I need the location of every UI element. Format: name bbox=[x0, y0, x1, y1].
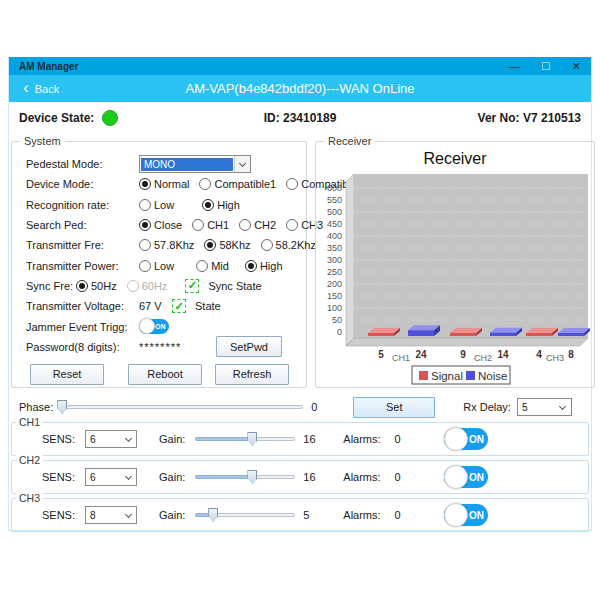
radio-compatible2[interactable] bbox=[286, 178, 298, 190]
state-checkbox[interactable] bbox=[172, 299, 186, 313]
system-groupbox-label: System bbox=[20, 135, 65, 147]
chevron-down-icon bbox=[120, 469, 136, 485]
reset-button[interactable]: Reset bbox=[30, 364, 104, 385]
slider-fill bbox=[195, 475, 252, 479]
ch1-sens-select[interactable]: 6 bbox=[85, 430, 137, 448]
app-title: AM Manager bbox=[19, 61, 78, 72]
refresh-button[interactable]: Refresh bbox=[215, 364, 289, 385]
radio-low[interactable] bbox=[139, 260, 151, 272]
header-band: AM-VAP(b4e842bddf20)---WAN OnLine ‹ Back bbox=[9, 75, 591, 102]
radio-label: Normal bbox=[154, 178, 189, 190]
ch2-sens-select[interactable]: 6 bbox=[85, 468, 137, 486]
gain-label: Gain: bbox=[159, 509, 185, 521]
radio-ch2[interactable] bbox=[239, 219, 251, 231]
chevron-down-icon bbox=[234, 156, 250, 172]
slider-thumb[interactable] bbox=[57, 400, 67, 414]
alarms-label: Alarms: bbox=[343, 433, 380, 445]
toggle-state-label: ON bbox=[469, 434, 484, 445]
status-row: Device State: ID: 23410189 Ver No: V7 21… bbox=[9, 102, 591, 133]
radio-57-8khz[interactable] bbox=[139, 239, 151, 251]
transmitter-fre-row: Transmitter Fre: 57.8Khz 58Khz 58.2Khz bbox=[26, 235, 306, 255]
radio-ch1[interactable] bbox=[192, 219, 204, 231]
toggle-knob bbox=[444, 503, 468, 527]
svg-text:Signal: Signal bbox=[431, 370, 463, 382]
svg-text:5: 5 bbox=[378, 349, 384, 360]
maximize-icon[interactable] bbox=[542, 62, 550, 70]
svg-text:Noise: Noise bbox=[478, 370, 507, 382]
radio-high[interactable] bbox=[202, 199, 214, 211]
toggle-knob bbox=[444, 465, 468, 489]
svg-text:250: 250 bbox=[327, 267, 342, 277]
search-ped-row: Search Ped: Close CH1 CH2 CH3 bbox=[26, 215, 306, 235]
transmitter-voltage-label: Transmitter Voltage: bbox=[26, 300, 139, 312]
radio-compatible1[interactable] bbox=[199, 178, 211, 190]
pedestal-mode-row: Pedestal Mode: MONO bbox=[26, 154, 306, 174]
ch1-groupbox-label: CH1 bbox=[16, 416, 43, 428]
ch2-on-toggle[interactable]: ON bbox=[444, 466, 488, 488]
sens-label: SENS: bbox=[42, 509, 75, 521]
jammer-toggle[interactable]: ON bbox=[139, 319, 169, 334]
svg-text:CH2: CH2 bbox=[474, 353, 492, 363]
screen: { "titlebar": { "app_title": "AM Manager… bbox=[0, 0, 600, 600]
transmitter-voltage-value: 67 V bbox=[139, 300, 172, 312]
ch3-on-toggle[interactable]: ON bbox=[444, 504, 488, 526]
transmitter-voltage-row: Transmitter Voltage: 67 V State bbox=[26, 296, 306, 316]
app-window: AM Manager — ✕ AM-VAP(b4e842bddf20)---WA… bbox=[8, 57, 592, 531]
slider-track bbox=[59, 405, 303, 409]
slider-fill bbox=[195, 437, 252, 441]
close-icon[interactable]: ✕ bbox=[572, 61, 581, 72]
minimize-icon[interactable]: — bbox=[509, 61, 520, 72]
slider-thumb[interactable] bbox=[247, 470, 257, 484]
receiver-groupbox: Receiver Receiver05010015020025030035040… bbox=[315, 141, 595, 388]
phase-slider[interactable] bbox=[59, 400, 303, 414]
radio-normal[interactable] bbox=[139, 178, 151, 190]
pedestal-mode-value: MONO bbox=[141, 158, 233, 171]
svg-text:150: 150 bbox=[327, 291, 342, 301]
connection-title: AM-VAP(b4e842bddf20)---WAN OnLine bbox=[9, 81, 591, 96]
pedestal-mode-label: Pedestal Mode: bbox=[26, 158, 139, 170]
radio-label: 50Hz bbox=[91, 280, 117, 292]
radio-ch3[interactable] bbox=[286, 219, 298, 231]
setpwd-button[interactable]: SetPwd bbox=[216, 336, 282, 357]
radio-50hz[interactable] bbox=[76, 280, 88, 292]
radio-58-2khz[interactable] bbox=[261, 239, 273, 251]
recognition-rate-label: Recognition rate: bbox=[26, 199, 139, 211]
radio-close[interactable] bbox=[139, 219, 151, 231]
svg-text:8: 8 bbox=[568, 349, 574, 360]
ch1-gain-slider[interactable] bbox=[195, 432, 295, 446]
password-row: Password(8 digits): ******** SetPwd bbox=[26, 337, 306, 357]
ch2-gain-slider[interactable] bbox=[195, 470, 295, 484]
ch3-groupbox-label: CH3 bbox=[16, 492, 43, 504]
sync-state-checkbox[interactable] bbox=[185, 279, 199, 293]
radio-mid[interactable] bbox=[196, 260, 208, 272]
radio-high[interactable] bbox=[245, 260, 257, 272]
radio-58khz[interactable] bbox=[204, 239, 216, 251]
slider-thumb[interactable] bbox=[208, 508, 218, 522]
rx-delay-select[interactable]: 5 bbox=[517, 398, 572, 416]
reboot-button[interactable]: Reboot bbox=[128, 364, 202, 385]
set-button[interactable]: Set bbox=[353, 397, 435, 418]
ch3-sens-select[interactable]: 8 bbox=[85, 506, 137, 524]
chevron-down-icon bbox=[120, 431, 136, 447]
svg-text:550: 550 bbox=[327, 195, 342, 205]
sync-fre-label: Sync Fre: bbox=[26, 280, 76, 292]
device-id: ID: 23410189 bbox=[9, 111, 591, 125]
sync-state-label: Sync State bbox=[208, 280, 261, 292]
svg-text:200: 200 bbox=[327, 279, 342, 289]
slider-thumb[interactable] bbox=[247, 432, 257, 446]
system-buttons-row: Reset Reboot Refresh bbox=[26, 364, 306, 385]
pedestal-mode-select[interactable]: MONO bbox=[139, 155, 251, 173]
ch1-on-toggle[interactable]: ON bbox=[444, 428, 488, 450]
title-bar: AM Manager — ✕ bbox=[9, 57, 591, 75]
svg-text:450: 450 bbox=[327, 219, 342, 229]
radio-label: Low bbox=[154, 199, 174, 211]
toggle-state-label: ON bbox=[469, 510, 484, 521]
alarms-label: Alarms: bbox=[343, 471, 380, 483]
svg-text:24: 24 bbox=[415, 349, 427, 360]
alarms-label: Alarms: bbox=[343, 509, 380, 521]
sens-value: 6 bbox=[86, 434, 120, 445]
gain-value: 5 bbox=[303, 509, 325, 521]
ch3-gain-slider[interactable] bbox=[195, 508, 295, 522]
chevron-down-icon bbox=[120, 507, 136, 523]
radio-low[interactable] bbox=[139, 199, 151, 211]
